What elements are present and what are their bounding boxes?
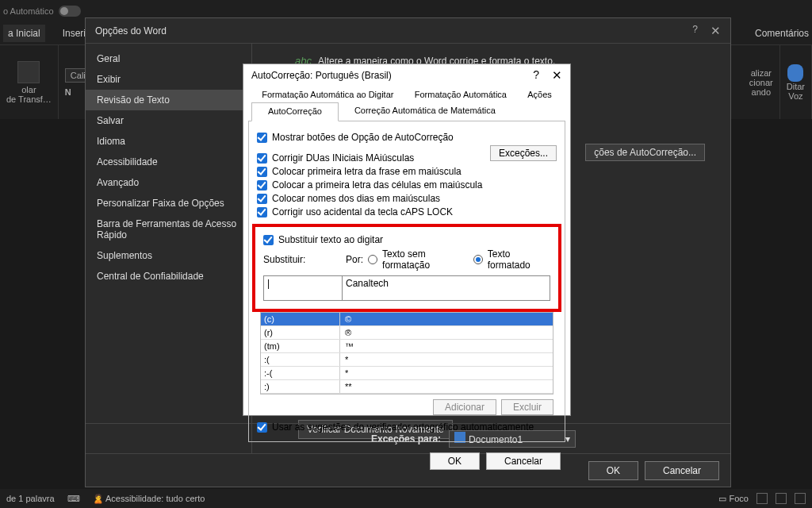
ac-title-text: AutoCorreção: Português (Brasil) xyxy=(251,70,392,81)
chk-replace-text[interactable] xyxy=(263,235,274,245)
highlight-box: Substituir texto ao digitar Substituir: … xyxy=(252,224,561,312)
ac-help-icon[interactable]: ? xyxy=(533,68,539,83)
chk-two-initial-caps[interactable] xyxy=(257,153,267,164)
analyze-label[interactable]: alizar xyxy=(751,68,772,78)
ac-footer: OK Cancelar xyxy=(243,448,570,475)
tab-autoformat[interactable]: Formatação Automática xyxy=(410,87,511,102)
sidebar-item-exibir[interactable]: Exibir xyxy=(86,69,251,90)
add-button[interactable]: Adicionar xyxy=(433,399,496,415)
tab-comments[interactable]: Comentários xyxy=(755,28,809,39)
paste-group: olar de Transf… xyxy=(0,45,59,119)
table-row: (r)® xyxy=(261,326,553,340)
radio-plain-text[interactable] xyxy=(368,255,377,264)
table-row: :)** xyxy=(261,380,553,394)
mic-icon[interactable] xyxy=(787,64,803,82)
view-icon-2[interactable] xyxy=(776,493,787,504)
replace-label: Substituir: xyxy=(263,254,305,265)
table-row: :-(* xyxy=(261,367,553,380)
ac-tabpanel: Mostrar botões de Opção de AutoCorreção … xyxy=(248,121,565,442)
sidebar-item-accessibility[interactable]: Acessibilidade xyxy=(86,152,251,172)
bold-button[interactable]: N xyxy=(65,87,71,97)
tab-home[interactable]: a Inicial xyxy=(3,25,45,42)
autocorrect-options-button[interactable]: ções de AutoCorreção... xyxy=(585,144,705,161)
sidebar-item-addins[interactable]: Suplementos xyxy=(86,245,251,266)
options-cancel-button[interactable]: Cancelar xyxy=(645,461,719,480)
tab-autoformat-typing[interactable]: Formatação Automática ao Digitar xyxy=(257,87,398,102)
help-icon[interactable]: ? xyxy=(692,24,698,38)
ac-tabs-row2: AutoCorreção Correção Automática de Mate… xyxy=(243,102,570,121)
chk-cap-days[interactable] xyxy=(257,194,267,204)
paste-icon[interactable] xyxy=(17,61,40,83)
sidebar-item-idioma[interactable]: Idioma xyxy=(86,131,251,152)
autocorrect-dialog: AutoCorreção: Português (Brasil) ? ✕ For… xyxy=(243,64,571,416)
status-bar: de 1 palavra ⌨ 🙎 Acessibilidade: tudo ce… xyxy=(0,489,812,508)
replace-input[interactable]: | xyxy=(263,275,343,301)
sidebar-item-geral[interactable]: Geral xyxy=(86,48,251,69)
view-icon-3[interactable] xyxy=(795,493,806,504)
share-label: ando xyxy=(752,87,771,97)
select-label[interactable]: cionar xyxy=(749,78,773,87)
close-icon[interactable]: ✕ xyxy=(710,24,721,38)
table-row: :(* xyxy=(261,353,553,367)
chk-cap-sentence[interactable] xyxy=(257,167,267,177)
analyze-group: alizar cionar ando xyxy=(743,45,780,119)
accessibility-status[interactable]: 🙎 Acessibilidade: tudo certo xyxy=(93,494,205,504)
delete-button[interactable]: Excluir xyxy=(501,399,553,415)
word-count[interactable]: de 1 palavra xyxy=(6,494,55,503)
tab-math-autocorrect[interactable]: Correção Automática de Matemática xyxy=(339,102,511,121)
table-row: (tm)™ xyxy=(261,340,553,353)
chk-show-buttons[interactable] xyxy=(257,133,267,143)
radio-formatted-text[interactable] xyxy=(473,255,483,264)
replace-table[interactable]: (c)© (r)® (tm)™ :(* :-(* :)** xyxy=(260,312,553,394)
sidebar-item-advanced[interactable]: Avançado xyxy=(86,172,251,193)
dictate-label: Ditar xyxy=(787,82,805,91)
voice-label: Voz xyxy=(788,91,802,101)
options-title-text: Opções do Word xyxy=(95,25,167,37)
tab-actions[interactable]: Ações xyxy=(523,87,557,102)
ac-ok-button[interactable]: OK xyxy=(430,452,480,470)
ac-titlebar: AutoCorreção: Português (Brasil) ? ✕ xyxy=(243,64,570,87)
options-titlebar: Opções do Word ? ✕ xyxy=(86,18,730,44)
ac-tabs-row1: Formatação Automática ao Digitar Formata… xyxy=(243,87,570,102)
options-ok-button[interactable]: OK xyxy=(588,461,638,480)
autosave-toggle[interactable] xyxy=(59,6,81,17)
chevron-down-icon: ▾ xyxy=(565,433,570,444)
chk-spellcheck-suggestions[interactable] xyxy=(257,422,267,433)
voice-group: Ditar Voz xyxy=(780,45,812,119)
chk-cap-cells[interactable] xyxy=(257,180,267,190)
clipboard-label: de Transf… xyxy=(6,94,52,104)
tab-autocorrect[interactable]: AutoCorreção xyxy=(251,102,339,121)
lang-icon[interactable]: ⌨ xyxy=(67,494,80,504)
sidebar-item-qat[interactable]: Barra de Ferramentas de Acesso Rápido xyxy=(86,214,251,245)
table-row: (c)© xyxy=(261,313,553,326)
with-input[interactable]: Canaltech xyxy=(343,275,550,301)
with-label: Por: xyxy=(346,254,363,265)
ac-cancel-button[interactable]: Cancelar xyxy=(486,452,561,470)
chk-capslock[interactable] xyxy=(257,207,267,217)
title-fragment: o Automático xyxy=(3,6,54,16)
paste-label: olar xyxy=(21,85,36,94)
exceptions-button[interactable]: Exceções... xyxy=(490,145,557,161)
sidebar-item-salvar[interactable]: Salvar xyxy=(86,110,251,131)
ac-close-icon[interactable]: ✕ xyxy=(552,68,562,83)
options-sidebar: Geral Exibir Revisão de Texto Salvar Idi… xyxy=(86,44,252,453)
sidebar-item-trust[interactable]: Central de Confiabilidade xyxy=(86,266,251,287)
sidebar-item-customize-ribbon[interactable]: Personalizar Faixa de Opções xyxy=(86,193,251,214)
sidebar-item-proofing[interactable]: Revisão de Texto xyxy=(86,90,251,110)
focus-mode[interactable]: ▭ Foco xyxy=(718,494,749,504)
view-icon-1[interactable] xyxy=(756,493,768,504)
